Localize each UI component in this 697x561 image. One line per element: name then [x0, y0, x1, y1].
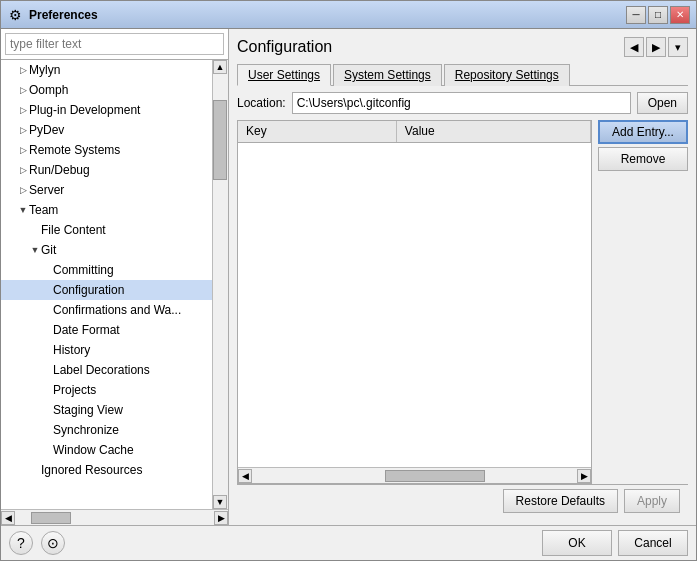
tree-label-projects: Projects: [53, 383, 96, 397]
tree-label-git: Git: [41, 243, 56, 257]
tree-item-pydev[interactable]: ▷PyDev: [1, 120, 228, 140]
scroll-thumb[interactable]: [213, 100, 227, 180]
minimize-button[interactable]: ─: [626, 6, 646, 24]
table-body: [238, 143, 591, 467]
tree-label-mylyn: Mylyn: [29, 63, 60, 77]
left-panel: ▷Mylyn▷Oomph▷Plug-in Development▷PyDev▷R…: [1, 29, 229, 525]
tree-label-remote: Remote Systems: [29, 143, 120, 157]
tree-item-confirmations[interactable]: Confirmations and Wa...: [1, 300, 228, 320]
filter-input[interactable]: [5, 33, 224, 55]
tree-item-plugin-dev[interactable]: ▷Plug-in Development: [1, 100, 228, 120]
tree-area: ▷Mylyn▷Oomph▷Plug-in Development▷PyDev▷R…: [1, 60, 228, 509]
side-buttons: Add Entry... Remove: [598, 120, 688, 171]
left-horizontal-scrollbar: ◀ ▶: [1, 509, 228, 525]
tree-item-staging-view[interactable]: Staging View: [1, 400, 228, 420]
panel-title: Configuration: [237, 38, 332, 56]
bottom-bar: Restore Defaults Apply: [237, 484, 688, 517]
tree-item-team[interactable]: ▼Team: [1, 200, 228, 220]
apply-button[interactable]: Apply: [624, 489, 680, 513]
tree-label-server: Server: [29, 183, 64, 197]
hscroll-track: [31, 512, 198, 524]
tab-user[interactable]: User Settings: [237, 64, 331, 86]
table-hscroll-right[interactable]: ▶: [577, 469, 591, 483]
remove-button[interactable]: Remove: [598, 147, 688, 171]
tree-item-ignored[interactable]: Ignored Resources: [1, 460, 228, 480]
forward-button[interactable]: ▶: [646, 37, 666, 57]
open-button[interactable]: Open: [637, 92, 688, 114]
window-bottom: ? ⊙ OK Cancel: [1, 525, 696, 560]
table-header: Key Value: [238, 121, 591, 143]
scroll-down-arrow[interactable]: ▼: [213, 495, 227, 509]
tree-item-server[interactable]: ▷Server: [1, 180, 228, 200]
close-button[interactable]: ✕: [670, 6, 690, 24]
maximize-button[interactable]: □: [648, 6, 668, 24]
right-panel: Configuration ◀ ▶ ▾ User SettingsSystem …: [229, 29, 696, 525]
tree-label-rundebug: Run/Debug: [29, 163, 90, 177]
table-wrapper: Key Value ◀ ▶: [237, 120, 592, 484]
table-horizontal-scrollbar: ◀ ▶: [238, 467, 591, 483]
preferences-window: ⚙ Preferences ─ □ ✕ ▷Mylyn▷Oomph▷Plug-in…: [0, 0, 697, 561]
tree-item-label-deco[interactable]: Label Decorations: [1, 360, 228, 380]
ok-button[interactable]: OK: [542, 530, 612, 556]
tree-label-oomph: Oomph: [29, 83, 68, 97]
tree-item-rundebug[interactable]: ▷Run/Debug: [1, 160, 228, 180]
tree-label-committing: Committing: [53, 263, 114, 277]
restore-defaults-button[interactable]: Restore Defaults: [503, 489, 618, 513]
hscroll-right-arrow[interactable]: ▶: [214, 511, 228, 525]
tree-item-remote[interactable]: ▷Remote Systems: [1, 140, 228, 160]
tree-item-committing[interactable]: Committing: [1, 260, 228, 280]
tree-item-oomph[interactable]: ▷Oomph: [1, 80, 228, 100]
tree-label-date-format: Date Format: [53, 323, 120, 337]
tree-item-history[interactable]: History: [1, 340, 228, 360]
dropdown-button[interactable]: ▾: [668, 37, 688, 57]
tree-item-git[interactable]: ▼Git: [1, 240, 228, 260]
location-input[interactable]: [292, 92, 631, 114]
tree-label-plugin-dev: Plug-in Development: [29, 103, 140, 117]
titlebar: ⚙ Preferences ─ □ ✕: [1, 1, 696, 29]
tree-container: ▷Mylyn▷Oomph▷Plug-in Development▷PyDev▷R…: [1, 60, 228, 480]
add-entry-button[interactable]: Add Entry...: [598, 120, 688, 144]
window-title: Preferences: [29, 8, 626, 22]
tree-item-date-format[interactable]: Date Format: [1, 320, 228, 340]
filter-box: [1, 29, 228, 60]
panel-header: Configuration ◀ ▶ ▾: [237, 37, 688, 57]
tree-label-history: History: [53, 343, 90, 357]
preferences-icon[interactable]: ⊙: [41, 531, 65, 555]
table-hscroll-track: [268, 470, 561, 482]
help-icon[interactable]: ?: [9, 531, 33, 555]
tree-label-label-deco: Label Decorations: [53, 363, 150, 377]
tree-label-ignored: Ignored Resources: [41, 463, 142, 477]
tree-label-window-cache: Window Cache: [53, 443, 134, 457]
table-hscroll-thumb[interactable]: [385, 470, 485, 482]
cancel-button[interactable]: Cancel: [618, 530, 688, 556]
tree-label-file-content: File Content: [41, 223, 106, 237]
table-section: Key Value ◀ ▶ Add Entry...: [237, 120, 688, 484]
ok-cancel-buttons: OK Cancel: [542, 530, 688, 556]
vertical-scrollbar: ▲ ▼: [212, 60, 228, 509]
tree-label-confirmations: Confirmations and Wa...: [53, 303, 181, 317]
tree-label-pydev: PyDev: [29, 123, 64, 137]
back-button[interactable]: ◀: [624, 37, 644, 57]
tree-item-configuration[interactable]: Configuration: [1, 280, 228, 300]
hscroll-left-arrow[interactable]: ◀: [1, 511, 15, 525]
tab-repo[interactable]: Repository Settings: [444, 64, 570, 86]
location-label: Location:: [237, 96, 286, 110]
location-row: Location: Open: [237, 92, 688, 114]
tree-item-window-cache[interactable]: Window Cache: [1, 440, 228, 460]
tab-system[interactable]: System Settings: [333, 64, 442, 86]
tree-item-projects[interactable]: Projects: [1, 380, 228, 400]
table-hscroll-left[interactable]: ◀: [238, 469, 252, 483]
tree-label-configuration: Configuration: [53, 283, 124, 297]
tabs-row: User SettingsSystem SettingsRepository S…: [237, 63, 688, 86]
tree-label-team: Team: [29, 203, 58, 217]
col-header-key: Key: [238, 121, 397, 142]
tree-item-mylyn[interactable]: ▷Mylyn: [1, 60, 228, 80]
scroll-up-arrow[interactable]: ▲: [213, 60, 227, 74]
tree-item-synchronize[interactable]: Synchronize: [1, 420, 228, 440]
toolbar-right: ◀ ▶ ▾: [624, 37, 688, 57]
tree-item-file-content[interactable]: File Content: [1, 220, 228, 240]
col-header-value: Value: [397, 121, 591, 142]
bottom-icons: ? ⊙: [9, 531, 65, 555]
tree-label-synchronize: Synchronize: [53, 423, 119, 437]
hscroll-thumb[interactable]: [31, 512, 71, 524]
